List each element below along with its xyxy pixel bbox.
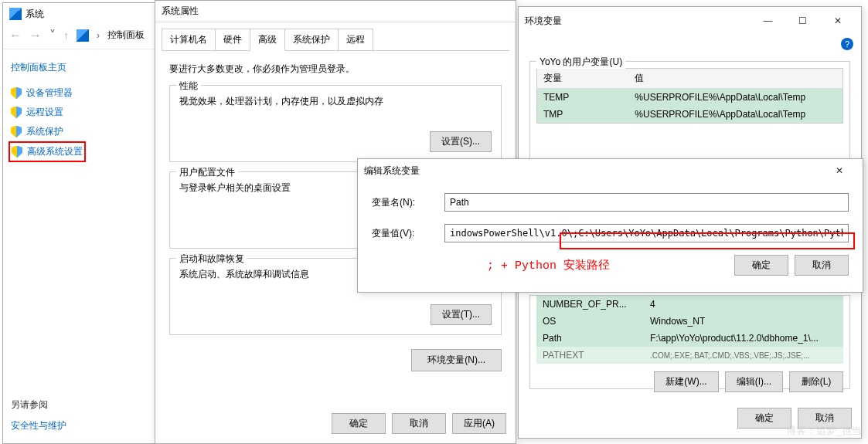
group-title: 性能 bbox=[176, 80, 201, 93]
tab-protection[interactable]: 系统保护 bbox=[284, 29, 339, 51]
edit-var-window: 编辑系统变量 ✕ 变量名(N): 变量值(V): 确定 取消 bbox=[357, 158, 863, 293]
name-input[interactable] bbox=[444, 193, 849, 212]
group-title: 启动和故障恢复 bbox=[176, 253, 247, 266]
ok-button[interactable]: 确定 bbox=[734, 255, 788, 276]
maximize-button[interactable]: ☐ bbox=[785, 10, 820, 32]
help-icon[interactable]: ? bbox=[841, 38, 853, 50]
edit-button[interactable]: 编辑(I)... bbox=[725, 371, 783, 392]
tab-remote[interactable]: 远程 bbox=[338, 29, 373, 51]
system-window: 系统 ← → ˅ ↑ › 控制面板 控制面板主页 设备管理器 远程设置 系统保护… bbox=[2, 2, 155, 444]
window-title: 系统 bbox=[26, 8, 149, 21]
sidebar-item-label: 高级系统设置 bbox=[27, 145, 83, 158]
sys-vars-group: NUMBER_OF_PR... 4 OS Windows_NT Path F:\… bbox=[529, 295, 850, 389]
performance-group: 性能 视觉效果，处理器计划，内存使用，以及虚拟内存 设置(S)... bbox=[169, 85, 502, 162]
shield-icon bbox=[11, 87, 22, 100]
delete-button[interactable]: 删除(L) bbox=[789, 371, 843, 392]
minimize-button[interactable]: — bbox=[751, 10, 785, 32]
cancel-button[interactable]: 取消 bbox=[392, 413, 446, 434]
table-row[interactable]: NUMBER_OF_PR... 4 bbox=[536, 296, 843, 313]
group-title: 用户配置文件 bbox=[176, 166, 238, 179]
col-variable[interactable]: 变量 bbox=[537, 69, 629, 89]
env-vars-button[interactable]: 环境变量(N)... bbox=[411, 349, 502, 371]
value-input[interactable] bbox=[444, 224, 849, 242]
tab-advanced[interactable]: 高级 bbox=[250, 29, 285, 51]
sidebar-item-protection[interactable]: 系统保护 bbox=[11, 122, 148, 141]
titlebar[interactable]: 系统属性 bbox=[155, 1, 516, 22]
address-icon bbox=[77, 29, 89, 42]
sidebar-item-advanced[interactable]: 高级系统设置 bbox=[9, 141, 86, 162]
name-label: 变量名(N): bbox=[372, 196, 434, 209]
titlebar[interactable]: 编辑系统变量 ✕ bbox=[358, 159, 863, 182]
ok-button[interactable]: 确定 bbox=[737, 408, 791, 429]
user-vars-table[interactable]: 变量 值 TEMP %USERPROFILE%\AppData\Local\Te… bbox=[536, 68, 843, 124]
settings-button[interactable]: 设置(T)... bbox=[431, 304, 492, 325]
performance-desc: 视觉效果，处理器计划，内存使用，以及虚拟内存 bbox=[179, 95, 492, 108]
col-value[interactable]: 值 bbox=[628, 69, 842, 89]
titlebar[interactable]: 系统 bbox=[3, 3, 155, 25]
nav-row: ← → ˅ ↑ › 控制面板 bbox=[3, 25, 155, 49]
sidebar-title[interactable]: 控制面板主页 bbox=[11, 61, 148, 74]
tab-hardware[interactable]: 硬件 bbox=[215, 29, 250, 51]
see-also: 另请参阅 安全性与维护 bbox=[11, 398, 66, 436]
table-row[interactable]: Path F:\app\YoYo\product\11.2.0\dbhome_1… bbox=[536, 330, 843, 347]
settings-button[interactable]: 设置(S)... bbox=[430, 131, 492, 152]
sidebar: 控制面板主页 设备管理器 远程设置 系统保护 高级系统设置 bbox=[3, 49, 155, 174]
group-title: YoYo 的用户变量(U) bbox=[536, 56, 625, 69]
system-icon bbox=[9, 8, 22, 20]
annotation-text: ; + Python 安装路径 bbox=[487, 258, 610, 273]
tabs: 计算机名 硬件 高级 系统保护 远程 bbox=[155, 22, 516, 51]
recent-icon[interactable]: ˅ bbox=[49, 28, 56, 42]
table-row[interactable]: TEMP %USERPROFILE%\AppData\Local\Temp bbox=[537, 89, 843, 107]
window-title: 系统属性 bbox=[162, 5, 509, 18]
sys-vars-table[interactable]: NUMBER_OF_PR... 4 OS Windows_NT Path F:\… bbox=[536, 296, 843, 364]
see-also-link[interactable]: 安全性与维护 bbox=[11, 416, 66, 436]
shield-icon bbox=[11, 107, 22, 119]
titlebar[interactable]: 环境变量 — ☐ ✕ bbox=[519, 7, 861, 35]
table-row[interactable]: TMP %USERPROFILE%\AppData\Local\Temp bbox=[537, 106, 843, 124]
table-row[interactable]: OS Windows_NT bbox=[536, 313, 843, 330]
window-title: 编辑系统变量 bbox=[364, 164, 822, 178]
new-button[interactable]: 新建(W)... bbox=[654, 371, 718, 392]
admin-note: 要进行大多数更改，你必须作为管理员登录。 bbox=[169, 63, 502, 76]
up-icon[interactable]: ↑ bbox=[63, 29, 69, 42]
ok-button[interactable]: 确定 bbox=[332, 413, 386, 434]
back-icon[interactable]: ← bbox=[9, 29, 22, 42]
sidebar-item-device-manager[interactable]: 设备管理器 bbox=[11, 83, 148, 103]
apply-button[interactable]: 应用(A) bbox=[452, 413, 506, 434]
window-title: 环境变量 bbox=[525, 15, 751, 28]
table-row[interactable]: PATHEXT .COM;.EXE;.BAT;.CMD;.VBS;.VBE;.J… bbox=[536, 347, 843, 364]
breadcrumb[interactable]: 控制面板 bbox=[107, 29, 145, 42]
see-also-title: 另请参阅 bbox=[11, 398, 66, 412]
close-button[interactable]: ✕ bbox=[822, 160, 856, 181]
close-button[interactable]: ✕ bbox=[820, 10, 855, 32]
sidebar-item-label: 设备管理器 bbox=[26, 86, 73, 100]
sidebar-item-label: 系统保护 bbox=[26, 125, 63, 138]
cancel-button[interactable]: 取消 bbox=[795, 255, 849, 276]
shield-icon bbox=[11, 126, 22, 138]
dialog-buttons: 确定 取消 应用(A) bbox=[332, 413, 506, 434]
shield-icon bbox=[12, 146, 22, 158]
watermark: 博客：追梦_担当 bbox=[786, 424, 862, 438]
value-label: 变量值(V): bbox=[372, 227, 434, 240]
tab-computer-name[interactable]: 计算机名 bbox=[162, 29, 216, 51]
sidebar-item-label: 远程设置 bbox=[26, 106, 63, 119]
sidebar-item-remote[interactable]: 远程设置 bbox=[11, 103, 148, 122]
forward-icon[interactable]: → bbox=[29, 29, 42, 42]
